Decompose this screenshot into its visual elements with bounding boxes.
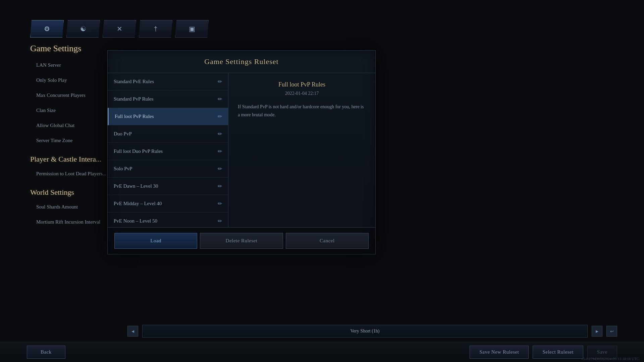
mortium-next-btn[interactable]: ►	[592, 326, 602, 337]
toolbar-btn-character[interactable]: ☯	[66, 20, 100, 38]
ruleset-detail-title: Full loot PvP Rules	[238, 81, 366, 88]
modal-title: Game Settings Ruleset	[108, 51, 375, 73]
game-settings-ruleset-modal: Game Settings Ruleset Standard PvE Rules…	[107, 50, 376, 254]
toolbar-btn-book[interactable]: ▣	[175, 20, 209, 38]
modal-body: Standard PvE Rules ✏ Standard PvP Rules …	[108, 73, 375, 227]
toolbar-btn-sword[interactable]: †	[139, 20, 172, 38]
ruleset-item-pve-dawn[interactable]: PvE Dawn – Level 30 ✏	[108, 178, 228, 195]
ruleset-label-standard-pve: Standard PvE Rules	[114, 79, 154, 84]
ruleset-label-pve-midday: PvE Midday – Level 40	[114, 201, 162, 206]
back-button[interactable]: Back	[27, 346, 65, 359]
cancel-button[interactable]: Cancel	[286, 233, 369, 249]
mortium-prev-btn[interactable]: ◄	[127, 326, 138, 337]
modal-footer: Load Delete Ruleset Cancel	[108, 227, 375, 254]
ruleset-item-pve-midday[interactable]: PvE Midday – Level 40 ✏	[108, 195, 228, 213]
ruleset-label-full-loot-duo: Full loot Duo PvP Rules	[114, 148, 163, 154]
save-new-ruleset-button[interactable]: Save New Ruleset	[470, 346, 529, 359]
ruleset-list: Standard PvE Rules ✏ Standard PvP Rules …	[108, 73, 228, 227]
ruleset-item-standard-pvp[interactable]: Standard PvP Rules ✏	[108, 90, 228, 108]
bottom-bar: Back Save New Ruleset Select Ruleset Sav…	[0, 342, 644, 362]
edit-icon-full-loot-pvp[interactable]: ✏	[218, 113, 222, 120]
edit-icon-standard-pvp[interactable]: ✏	[218, 96, 222, 102]
ruleset-item-solo-pvp[interactable]: Solo PvP ✏	[108, 160, 228, 178]
ruleset-item-pve-noon[interactable]: PvE Noon – Level 50 ✏	[108, 213, 228, 227]
ruleset-item-full-loot-duo[interactable]: Full loot Duo PvP Rules ✏	[108, 143, 228, 160]
ruleset-label-pve-dawn: PvE Dawn – Level 30	[114, 183, 158, 189]
mortium-reset-btn[interactable]: ↩	[606, 326, 617, 337]
ruleset-item-standard-pve[interactable]: Standard PvE Rules ✏	[108, 73, 228, 90]
edit-icon-pve-noon[interactable]: ✏	[218, 218, 222, 224]
toolbar-btn-close[interactable]: ✕	[103, 20, 136, 38]
edit-icon-pve-midday[interactable]: ✏	[218, 200, 222, 207]
edit-icon-full-loot-duo[interactable]: ✏	[218, 148, 222, 155]
ruleset-detail-date: 2022-01-04 22:17	[238, 91, 366, 96]
edit-icon-solo-pvp[interactable]: ✏	[218, 166, 222, 172]
mortium-control-row: ◄ Very Short (1h) ► ↩	[127, 322, 617, 340]
version-text: v1.0.27943633|2024-05-13 18:18 UTC:	[581, 357, 640, 361]
ruleset-label-standard-pvp: Standard PvP Rules	[114, 96, 154, 102]
edit-icon-duo-pvp[interactable]: ✏	[218, 131, 222, 137]
ruleset-item-full-loot-pvp[interactable]: Full loot PvP Rules ✏	[108, 108, 228, 125]
load-button[interactable]: Load	[114, 233, 197, 249]
edit-icon-standard-pve[interactable]: ✏	[218, 78, 222, 85]
ruleset-label-duo-pvp: Duo PvP	[114, 131, 132, 137]
ruleset-detail-description: If Standard PvP is not hard and/or hardc…	[238, 103, 366, 119]
delete-ruleset-button[interactable]: Delete Ruleset	[200, 233, 283, 249]
edit-icon-pve-dawn[interactable]: ✏	[218, 183, 222, 189]
ruleset-label-full-loot-pvp: Full loot PvP Rules	[115, 114, 154, 119]
toolbar-btn-settings[interactable]: ⚙	[30, 20, 64, 38]
toolbar: ⚙ ☯ ✕ † ▣	[30, 20, 209, 38]
ruleset-item-duo-pvp[interactable]: Duo PvP ✏	[108, 125, 228, 143]
select-ruleset-button[interactable]: Select Ruleset	[533, 346, 583, 359]
ruleset-detail-panel: Full loot PvP Rules 2022-01-04 22:17 If …	[228, 73, 375, 227]
mortium-value-display: Very Short (1h)	[142, 325, 588, 338]
ruleset-label-solo-pvp: Solo PvP	[114, 166, 132, 172]
ruleset-label-pve-noon: PvE Noon – Level 50	[114, 218, 157, 224]
